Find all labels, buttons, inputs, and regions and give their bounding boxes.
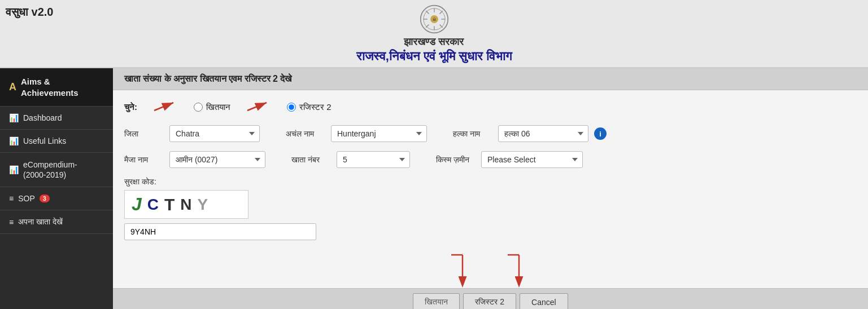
- radio-register2-label: रजिस्टर 2: [299, 102, 332, 112]
- aims-icon: A: [9, 81, 16, 93]
- sop-badge: 3: [40, 195, 50, 202]
- mauja-label: मैजा नाम: [124, 155, 164, 165]
- sop-icon: ≡: [9, 194, 14, 203]
- dashboard-icon: 📊: [9, 113, 19, 122]
- captcha-char-y: Y: [198, 196, 212, 214]
- useful-links-icon: 📊: [9, 136, 19, 145]
- radio-register2[interactable]: रजिस्टर 2: [287, 102, 332, 112]
- sidebar-item-ecompendium[interactable]: 📊 eCompendium-(2000-2019): [0, 153, 113, 187]
- captcha-section: सुरक्षा कोड: J C T N Y: [124, 177, 857, 240]
- sidebar-item-apna-khata-label: अपना खाता देखें: [18, 217, 63, 227]
- svg-line-13: [247, 103, 267, 111]
- svg-line-10: [439, 11, 442, 14]
- sidebar-item-apna-khata[interactable]: ≡ अपना खाता देखें: [0, 210, 113, 234]
- captcha-char-t: T: [164, 195, 178, 214]
- captcha-image: J C T N Y: [124, 190, 248, 219]
- emblem-icon: 🏛: [420, 5, 449, 34]
- mauja-group: मैजा नाम आमीन (0027): [124, 151, 265, 168]
- halka-info-icon[interactable]: i: [594, 127, 607, 140]
- content-area: चुने: खितयान रजिस्टर 2: [113, 90, 868, 257]
- radio-register2-input[interactable]: [287, 103, 296, 112]
- main-content: खाता संख्या के अनुसार खितयान एवम रजिस्टर…: [113, 68, 868, 309]
- sidebar-item-sop[interactable]: ≡ SOP 3: [0, 187, 113, 210]
- anchal-label: अचंल नाम: [286, 129, 325, 139]
- sidebar-item-dashboard-label: Dashboard: [23, 113, 62, 122]
- radio-khatiyan-input[interactable]: [194, 103, 203, 112]
- anchal-group: अचंल नाम Hunterganj: [286, 125, 427, 142]
- header: वसुधा v2.0 🏛 झारखण्ड सरकार राजस्व,निबंधन…: [0, 0, 868, 68]
- khata-label: खाता नंबर: [291, 155, 331, 165]
- captcha-input[interactable]: [124, 223, 316, 240]
- svg-line-8: [426, 11, 429, 14]
- cancel-button[interactable]: Cancel: [520, 293, 568, 309]
- page-title-bar: खाता संख्या के अनुसार खितयान एवम रजिस्टर…: [113, 68, 868, 90]
- apna-khata-icon: ≡: [9, 218, 14, 227]
- sidebar-item-dashboard[interactable]: 📊 Dashboard: [0, 107, 113, 130]
- bottom-bar: खितयान रजिस्टर 2 Cancel: [113, 288, 868, 309]
- halka-label: हल्का नाम: [453, 129, 492, 139]
- district-label: जिला: [124, 129, 164, 139]
- header-org: झारखण्ड सरकार: [0, 36, 868, 48]
- captcha-char-c: C: [147, 196, 162, 214]
- khata-select[interactable]: 5: [337, 151, 410, 168]
- khatiyan-button[interactable]: खितयान: [413, 293, 460, 309]
- header-title: राजस्व,निबंधन एवं भूमि सुधार विभाग: [0, 49, 868, 64]
- arrow-to-cancel-btn-icon: [508, 255, 530, 286]
- captcha-char-j: J: [132, 194, 145, 215]
- sidebar-item-sop-label: SOP: [18, 194, 35, 203]
- sidebar: A Aims &Achievements 📊 Dashboard 📊 Usefu…: [0, 68, 113, 309]
- form-row-2: मैजा नाम आमीन (0027) खाता नंबर 5 किस्म ज…: [124, 151, 857, 168]
- halka-group: हल्का नाम हल्का 06 i: [453, 125, 607, 142]
- captcha-label: सुरक्षा कोड:: [124, 177, 857, 187]
- radio-row-label: चुने:: [124, 102, 137, 112]
- arrow-to-register2-btn-icon: [451, 255, 474, 286]
- form-row-1: जिला Chatra अचंल नाम Hunterganj हल्का ना…: [124, 125, 857, 142]
- district-group: जिला Chatra: [124, 125, 260, 142]
- radio-row: चुने: खितयान रजिस्टर 2: [124, 99, 857, 115]
- radio-khatiyan-label: खितयान: [206, 102, 230, 112]
- sidebar-item-ecompendium-label: eCompendium-(2000-2019): [23, 160, 77, 180]
- svg-text:🏛: 🏛: [432, 17, 436, 21]
- ecompendium-icon: 📊: [9, 165, 19, 174]
- svg-line-11: [426, 25, 429, 28]
- halka-select[interactable]: हल्का 06: [498, 125, 588, 142]
- page-title: खाता संख्या के अनुसार खितयान एवम रजिस्टर…: [124, 74, 291, 83]
- captcha-char-n: N: [180, 196, 195, 214]
- arrow-to-register2-icon: [247, 99, 270, 115]
- brand: वसुधा v2.0: [6, 6, 53, 19]
- sidebar-item-useful-links[interactable]: 📊 Useful Links: [0, 130, 113, 153]
- kism-label: किस्म ज़मीन: [436, 155, 476, 165]
- mauja-select[interactable]: आमीन (0027): [169, 151, 265, 168]
- svg-line-12: [154, 103, 173, 111]
- sidebar-item-aims-label: Aims &Achievements: [21, 76, 78, 98]
- radio-khatiyan[interactable]: खितयान: [194, 102, 230, 112]
- kism-select[interactable]: Please Select: [481, 151, 583, 168]
- khata-group: खाता नंबर 5: [291, 151, 410, 168]
- kism-group: किस्म ज़मीन Please Select: [436, 151, 583, 168]
- sidebar-item-useful-links-label: Useful Links: [23, 136, 66, 145]
- anchal-select[interactable]: Hunterganj: [331, 125, 427, 142]
- register2-button[interactable]: रजिस्टर 2: [463, 293, 516, 309]
- sidebar-item-aims[interactable]: A Aims &Achievements: [0, 68, 113, 107]
- district-select[interactable]: Chatra: [169, 125, 260, 142]
- arrow-to-khatiyan-icon: [154, 99, 177, 115]
- svg-line-9: [439, 25, 442, 28]
